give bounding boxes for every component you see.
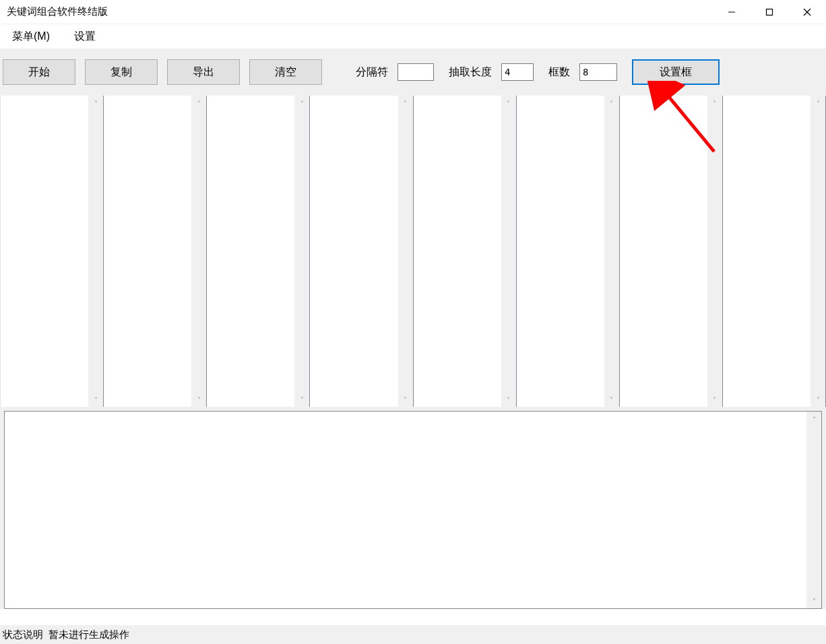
menu-bar: 菜单(M) 设置 (0, 24, 826, 49)
toolbar: 开始 复制 导出 清空 分隔符 抽取长度 框数 设置框 (0, 49, 826, 96)
svg-rect-1 (767, 9, 773, 15)
copy-button[interactable]: 复制 (85, 59, 158, 85)
scrollbar-2[interactable]: ˄ ˅ (191, 96, 206, 407)
menu-item-menu[interactable]: 菜单(M) (8, 27, 54, 46)
scrollbar-1[interactable]: ˄ ˅ (88, 96, 103, 407)
separator-label: 分隔符 (356, 65, 388, 79)
chevron-up-icon: ˄ (88, 96, 103, 110)
keyword-input-8[interactable] (723, 96, 811, 407)
keyword-input-6[interactable] (517, 96, 604, 407)
menu-item-settings[interactable]: 设置 (70, 27, 100, 46)
keyword-input-2[interactable] (104, 96, 191, 407)
keyword-column-1: ˄ ˅ (0, 96, 104, 407)
scrollbar-7[interactable]: ˄ ˅ (707, 96, 722, 407)
status-label: 状态说明 (3, 629, 43, 641)
keyword-input-7[interactable] (620, 96, 707, 407)
scrollbar-4[interactable]: ˄ ˅ (398, 96, 413, 407)
box-count-input[interactable] (579, 63, 617, 81)
keyword-input-4[interactable] (310, 96, 398, 407)
output-scrollbar[interactable]: ˄ ˅ (806, 412, 821, 608)
keyword-column-3: ˄ ˅ (207, 96, 310, 407)
status-bar: 状态说明 暂未进行生成操作 (0, 625, 826, 644)
output-text[interactable] (5, 412, 806, 608)
chevron-up-icon: ˄ (806, 412, 821, 426)
set-box-button[interactable]: 设置框 (632, 59, 720, 85)
keyword-input-1[interactable] (1, 96, 88, 407)
keyword-input-3[interactable] (207, 96, 294, 407)
chevron-up-icon: ˄ (294, 96, 309, 110)
keyword-input-5[interactable] (414, 96, 501, 407)
scrollbar-5[interactable]: ˄ ˅ (501, 96, 516, 407)
chevron-up-icon: ˄ (604, 96, 619, 110)
chevron-up-icon: ˄ (191, 96, 206, 110)
columns-area: ˄ ˅ ˄ ˅ ˄ ˅ ˄ ˅ ˄ ˅ (0, 96, 826, 407)
window-title: 关键词组合软件终结版 (7, 5, 713, 18)
box-count-label: 框数 (548, 65, 570, 79)
status-message: 暂未进行生成操作 (49, 629, 129, 641)
chevron-down-icon: ˅ (398, 392, 413, 407)
clear-button[interactable]: 清空 (249, 59, 322, 85)
window-controls (713, 0, 826, 24)
chevron-up-icon: ˄ (811, 96, 825, 110)
keyword-column-2: ˄ ˅ (104, 96, 207, 407)
chevron-down-icon: ˅ (191, 392, 206, 407)
output-area: ˄ ˅ (0, 407, 826, 609)
chevron-down-icon: ˅ (501, 392, 516, 407)
close-button[interactable] (788, 0, 826, 24)
keyword-column-8: ˄ ˅ (723, 96, 826, 407)
scrollbar-3[interactable]: ˄ ˅ (294, 96, 309, 407)
export-button[interactable]: 导出 (167, 59, 240, 85)
chevron-down-icon: ˅ (88, 392, 103, 407)
chevron-down-icon: ˅ (604, 392, 619, 407)
chevron-down-icon: ˅ (707, 392, 722, 407)
output-box: ˄ ˅ (4, 411, 822, 609)
keyword-column-7: ˄ ˅ (620, 96, 723, 407)
chevron-up-icon: ˄ (501, 96, 516, 110)
minimize-button[interactable] (713, 0, 751, 24)
keyword-column-6: ˄ ˅ (517, 96, 620, 407)
extract-length-label: 抽取长度 (449, 65, 492, 79)
chevron-up-icon: ˄ (398, 96, 413, 110)
extract-length-input[interactable] (501, 63, 534, 81)
keyword-column-4: ˄ ˅ (310, 96, 413, 407)
maximize-button[interactable] (751, 0, 788, 24)
scrollbar-8[interactable]: ˄ ˅ (811, 96, 825, 407)
chevron-down-icon: ˅ (294, 392, 309, 407)
chevron-down-icon: ˅ (806, 593, 821, 608)
chevron-down-icon: ˅ (811, 392, 825, 407)
title-bar: 关键词组合软件终结版 (0, 0, 826, 24)
chevron-up-icon: ˄ (707, 96, 722, 110)
start-button[interactable]: 开始 (3, 59, 75, 85)
keyword-column-5: ˄ ˅ (414, 96, 517, 407)
scrollbar-6[interactable]: ˄ ˅ (604, 96, 619, 407)
separator-input[interactable] (398, 63, 434, 81)
